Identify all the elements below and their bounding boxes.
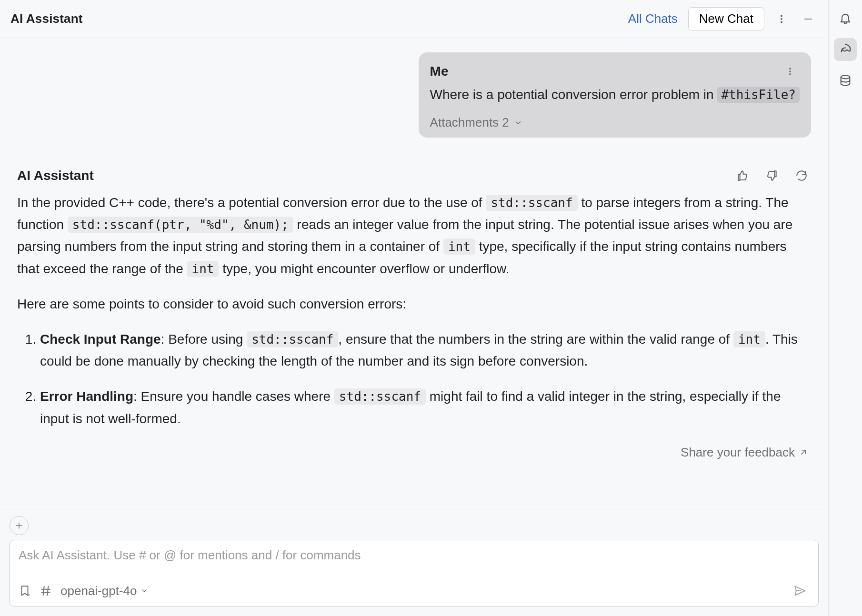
minimize-icon[interactable] <box>799 10 818 29</box>
assistant-message: AI Assistant I <box>17 166 811 443</box>
header: AI Assistant All Chats New Chat <box>0 0 828 38</box>
thumbs-down-icon[interactable] <box>762 166 782 185</box>
svg-point-15 <box>841 75 850 79</box>
list-item-title: Error Handling <box>40 389 133 404</box>
list-item: Error Handling: Ensure you handle cases … <box>40 386 811 429</box>
user-text-prefix: Where is a potential conversion error pr… <box>430 87 718 102</box>
conversation-pane: Me Where is a potential conversion error… <box>0 38 828 509</box>
svg-point-0 <box>781 15 782 17</box>
assistant-message-text: In the provided C++ code, there's a pote… <box>17 192 811 430</box>
svg-line-12 <box>43 586 44 596</box>
message-more-icon[interactable] <box>781 62 800 81</box>
model-selector[interactable]: openai-gpt-4o <box>60 584 148 598</box>
regenerate-icon[interactable] <box>792 166 811 185</box>
text-fragment: Here are some points to consider to avoi… <box>17 293 811 315</box>
svg-point-4 <box>790 68 791 69</box>
assistant-sender-label: AI Assistant <box>17 168 94 183</box>
model-label: openai-gpt-4o <box>60 584 137 598</box>
svg-point-5 <box>790 71 791 72</box>
thumbs-up-icon[interactable] <box>733 166 752 185</box>
ai-assistant-tab-icon[interactable] <box>834 38 857 61</box>
attachments-toggle[interactable]: Attachments 2 <box>430 115 800 130</box>
text-fragment: , ensure that the numbers in the string … <box>338 332 733 347</box>
message-input-box[interactable]: Ask AI Assistant. Use # or @ for mention… <box>10 540 819 606</box>
svg-point-2 <box>781 21 782 23</box>
text-fragment: : Ensure you handle cases where <box>133 389 334 404</box>
file-reference[interactable]: #thisFile? <box>717 87 800 103</box>
text-fragment: : Before using <box>161 332 247 347</box>
code-fragment: std::sscanf <box>486 195 577 211</box>
chevron-down-icon <box>140 587 148 595</box>
share-feedback-link[interactable]: Share your feedback <box>681 445 808 460</box>
user-message-text: Where is a potential conversion error pr… <box>430 85 800 105</box>
message-input[interactable]: Ask AI Assistant. Use # or @ for mention… <box>19 548 810 569</box>
svg-point-1 <box>781 18 782 20</box>
code-fragment: int <box>187 261 219 277</box>
list-item: Check Input Range: Before using std::ssc… <box>40 328 811 372</box>
user-message: Me Where is a potential conversion error… <box>419 52 811 138</box>
external-link-icon <box>799 447 808 457</box>
composer: Ask AI Assistant. Use # or @ for mention… <box>0 509 828 616</box>
attachments-label: Attachments 2 <box>430 115 509 130</box>
send-button[interactable] <box>791 581 810 600</box>
code-fragment: std::sscanf <box>247 331 338 348</box>
text-fragment: type, you might encounter overflow or un… <box>222 261 509 276</box>
code-fragment: int <box>443 238 475 255</box>
svg-line-13 <box>47 586 48 596</box>
text-fragment: In the provided C++ code, there's a pote… <box>17 195 486 210</box>
add-attachment-button[interactable] <box>10 516 29 535</box>
new-chat-button[interactable]: New Chat <box>688 7 764 30</box>
input-placeholder: Ask AI Assistant. Use # or @ for mention… <box>19 548 361 562</box>
right-sidebar <box>829 0 862 616</box>
feedback-label: Share your feedback <box>681 445 795 460</box>
all-chats-link[interactable]: All Chats <box>628 11 678 26</box>
chevron-down-icon <box>514 119 522 127</box>
more-vertical-icon[interactable] <box>772 10 791 29</box>
code-fragment: std::sscanf <box>334 388 426 405</box>
svg-point-6 <box>790 74 791 75</box>
code-fragment: int <box>733 331 765 348</box>
database-icon[interactable] <box>834 70 857 92</box>
hash-icon[interactable] <box>40 585 52 597</box>
page-title: AI Assistant <box>10 11 83 26</box>
bookmark-icon[interactable] <box>19 585 31 597</box>
code-fragment: std::sscanf(ptr, "%d", &num); <box>68 217 293 233</box>
user-sender-label: Me <box>430 64 449 79</box>
notifications-icon[interactable] <box>834 7 857 30</box>
list-item-title: Check Input Range <box>40 332 161 347</box>
